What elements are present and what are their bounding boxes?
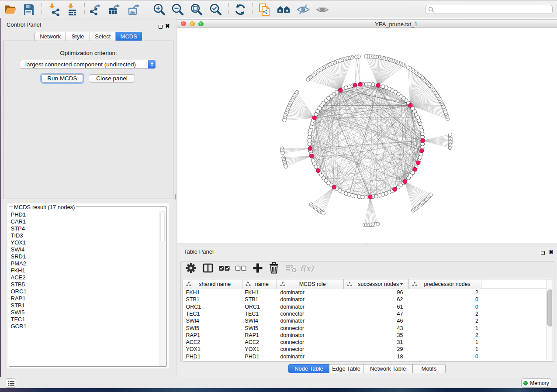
float-table-panel-icon[interactable] — [541, 249, 545, 257]
table-row[interactable]: RAP1RAP1dominator352 — [183, 332, 546, 339]
mcds-node-item[interactable]: STB1 — [11, 302, 159, 309]
zoom-in-icon[interactable] — [152, 3, 167, 17]
tab-style[interactable]: Style — [66, 32, 90, 41]
delete-column-icon[interactable] — [266, 261, 282, 275]
memory-button[interactable]: Memory — [521, 378, 551, 388]
float-panel-icon[interactable] — [159, 23, 163, 31]
column-header-MCDS-role[interactable]: MCDS role — [277, 279, 344, 289]
close-panel-icon[interactable]: ✖ — [165, 22, 170, 30]
export-table-icon[interactable] — [107, 3, 122, 17]
refresh-icon[interactable] — [233, 3, 248, 17]
mcds-result-title: MCDS result (17 nodes) — [13, 204, 76, 210]
table-row[interactable]: ORC1ORC1dominator610 — [183, 303, 546, 310]
mcds-node-item[interactable]: PMA2 — [11, 260, 159, 267]
minimize-light[interactable] — [190, 21, 195, 27]
close-light[interactable] — [181, 21, 186, 27]
network-canvas[interactable] — [177, 28, 557, 243]
search-box[interactable] — [425, 5, 553, 14]
table-row[interactable]: SWI4SWI4dominator462 — [183, 317, 546, 324]
table-row[interactable]: ACE2ACE2connector311 — [183, 339, 546, 346]
main-toolbar — [0, 0, 557, 18]
tab-mcds[interactable]: MCDS — [116, 32, 142, 41]
network-window-titlebar[interactable]: YPA_prune.txt_1 — [177, 19, 557, 28]
table-row[interactable]: TEC1TEC1connector472 — [183, 310, 546, 317]
optimization-criterion-select[interactable]: largest connected component (undirected) — [20, 60, 156, 69]
sort-chevron-icon[interactable] — [400, 283, 403, 285]
mcds-node-item[interactable]: TEC1 — [11, 316, 159, 323]
table-header-row: shared namenameMCDS rolesuccessor nodesp… — [183, 279, 553, 289]
mcds-node-item[interactable]: FKH1 — [11, 267, 159, 274]
table-scrollbar[interactable] — [546, 279, 553, 361]
import-network-icon[interactable] — [46, 3, 61, 17]
close-panel-button[interactable]: Close panel — [89, 74, 135, 83]
table-scrollbar-thumb[interactable] — [547, 289, 552, 327]
search-input[interactable] — [434, 6, 552, 13]
add-column-icon[interactable] — [250, 261, 266, 275]
delete-table-icon[interactable] — [284, 261, 299, 275]
column-header-name[interactable]: name — [242, 279, 277, 289]
horizontal-splitter-grip[interactable] — [364, 243, 367, 245]
mcds-node-item[interactable]: SWI5 — [11, 309, 159, 316]
memory-label: Memory — [530, 380, 549, 386]
select-all-checkboxes-icon[interactable] — [216, 261, 232, 275]
tab-select[interactable]: Select — [90, 32, 116, 41]
network-view-window: YPA_prune.txt_1 — [177, 18, 557, 247]
mcds-node-item[interactable]: STP4 — [11, 225, 159, 232]
control-panel-title: Control Panel — [7, 21, 41, 28]
mcds-node-item[interactable]: ACE2 — [11, 274, 159, 281]
mcds-node-item[interactable]: GCR1 — [11, 323, 159, 330]
column-header-shared-name[interactable]: shared name — [183, 279, 242, 289]
panel-menu-button[interactable] — [6, 378, 16, 388]
mcds-result-groupbox: MCDS result (17 nodes) PHD1CAR1STP4TID3Y… — [9, 206, 167, 367]
tab-edge-table[interactable]: Edge Table — [329, 364, 363, 373]
export-image-icon[interactable] — [127, 3, 142, 17]
import-table-icon[interactable] — [65, 3, 80, 17]
column-header-predecessor-nodes[interactable]: predecessor nodes — [409, 279, 481, 289]
zoom-light[interactable] — [198, 21, 204, 27]
close-table-panel-icon[interactable]: ✖ — [549, 248, 554, 256]
show-details-icon[interactable] — [315, 3, 330, 17]
desktop-wallpaper — [0, 388, 557, 392]
gear-icon[interactable] — [183, 261, 199, 275]
duplicate-network-icon[interactable] — [257, 3, 272, 17]
split-columns-icon[interactable] — [200, 261, 216, 275]
search-neighbors-icon[interactable] — [276, 3, 291, 17]
mcds-node-item[interactable]: ORC1 — [11, 288, 159, 295]
clear-checkboxes-icon[interactable] — [233, 261, 249, 275]
mcds-node-item[interactable]: PHD1 — [11, 211, 159, 218]
run-mcds-button[interactable]: Run MCDS — [42, 74, 83, 83]
mcds-node-item[interactable]: STB5 — [11, 281, 159, 288]
mcds-node-item[interactable]: SRD1 — [11, 253, 159, 260]
mcds-result-scrollbar[interactable] — [159, 211, 166, 366]
zoom-fit-icon[interactable] — [189, 3, 204, 17]
table-row[interactable]: STB1STB1dominator620 — [183, 296, 546, 303]
zoom-selected-icon[interactable] — [208, 3, 223, 17]
tab-motifs[interactable]: Motifs — [413, 364, 446, 373]
table-row[interactable]: PHD1PHD1dominator180 — [183, 353, 546, 360]
column-header-successor-nodes[interactable]: successor nodes — [344, 279, 409, 289]
tab-node-table[interactable]: Node Table — [288, 364, 329, 373]
select-stepper-icon — [148, 60, 156, 69]
mcds-node-item[interactable]: TID3 — [11, 232, 159, 239]
mcds-node-item[interactable]: SWI4 — [11, 246, 159, 253]
zoom-out-icon[interactable] — [170, 3, 185, 17]
tab-network[interactable]: Network — [35, 32, 66, 41]
vertical-splitter-grip[interactable] — [175, 194, 177, 199]
export-network-icon[interactable] — [88, 3, 103, 17]
mcds-result-list[interactable]: PHD1CAR1STP4TID3YOX1SWI4SRD1PMA2FKH1ACE2… — [11, 211, 159, 330]
network-window-title: YPA_prune.txt_1 — [350, 21, 442, 28]
mcds-node-item[interactable]: YOX1 — [11, 239, 159, 246]
open-file-icon[interactable] — [3, 3, 18, 17]
table-row[interactable]: SWI5SWI5connector431 — [183, 325, 546, 332]
table-row[interactable]: FKH1FKH1dominator962 — [183, 289, 546, 296]
table-row[interactable]: YOX1YOX1connector291 — [183, 346, 546, 353]
search-icon — [428, 7, 434, 13]
hide-details-icon[interactable] — [296, 3, 311, 17]
control-panel: Control Panel ✖ NetworkStyleSelectMCDS O… — [0, 18, 176, 377]
mcds-node-item[interactable]: CAR1 — [11, 218, 159, 225]
save-session-icon[interactable] — [21, 3, 36, 17]
window-left-edge — [0, 18, 1, 388]
mcds-node-item[interactable]: RAP1 — [11, 295, 159, 302]
tab-network-table[interactable]: Network Table — [363, 364, 413, 373]
toolbar-separator — [42, 3, 42, 16]
